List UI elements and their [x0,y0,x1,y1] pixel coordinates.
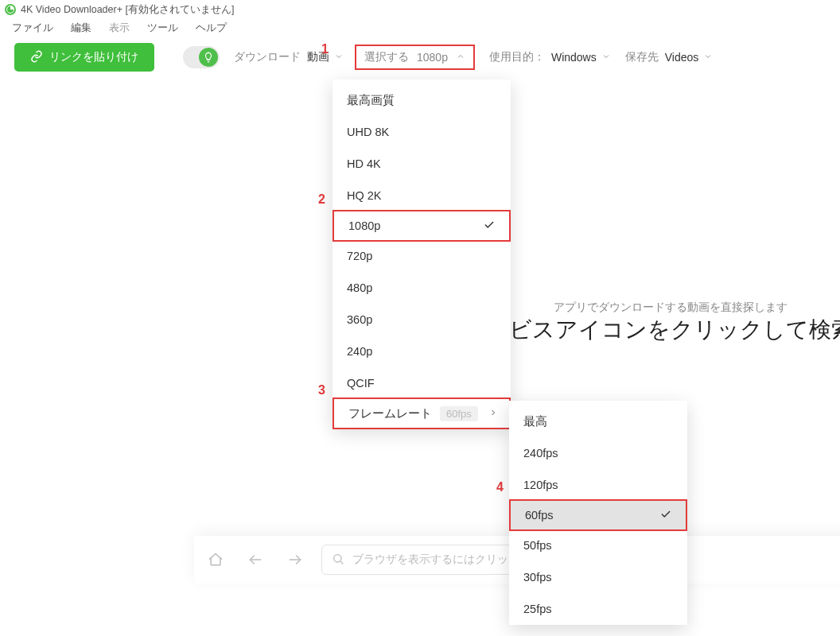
option-label: 240p [347,345,372,358]
option-label: 360p [347,313,372,326]
fps-option-50[interactable]: 50fps [509,529,687,561]
annotation-4: 4 [496,480,504,494]
check-icon [484,219,495,233]
quality-option-480p[interactable]: 480p [332,272,511,304]
quality-dropdown: 最高画質 UHD 8K HD 4K HQ 2K 1080p 720p 480p … [332,80,511,428]
option-label: 最高 [523,414,547,429]
quality-option-1080p[interactable]: 1080p [332,210,511,242]
bg-line2: ビスアイコンをクリックして検索を開始 [509,315,840,345]
window-title: 4K Video Downloader+ [有効化されていません] [21,3,234,17]
framerate-value-badge: 60fps [440,406,478,421]
annotation-2: 2 [318,192,325,207]
framerate-label: フレームレート [348,406,432,421]
option-label: 60fps [525,509,553,522]
check-icon [660,509,671,522]
option-label: 25fps [523,603,551,615]
quality-option-best[interactable]: 最高画質 [332,84,511,116]
quality-selector[interactable]: 選択する 1080p [355,45,475,70]
purpose-value: Windows [551,51,597,64]
nav-back-button[interactable] [242,546,269,573]
download-type-label: ダウンロード [234,50,301,64]
chevron-down-icon [703,51,713,64]
save-to-selector[interactable]: 保存先 Videos [625,50,714,64]
option-label: HQ 2K [347,189,382,202]
menu-item-file[interactable]: ファイル [3,21,62,35]
menu-item-view[interactable]: 表示 [100,21,138,35]
quality-option-hq2k[interactable]: HQ 2K [332,180,511,211]
fps-option-120[interactable]: 120fps [509,469,687,501]
option-label: 30fps [523,571,551,584]
option-label: 120fps [523,479,558,491]
annotation-3: 3 [318,383,325,398]
quality-option-hd4k[interactable]: HD 4K [332,148,511,180]
menu-item-edit[interactable]: 編集 [62,21,100,35]
search-placeholder: ブラウザを表示するにはクリッ [352,553,508,567]
menu-bar: ファイル 編集 表示 ツール ヘルプ [0,19,840,37]
title-bar: 4K Video Downloader+ [有効化されていません] [0,0,840,19]
framerate-submenu-item[interactable]: フレームレート 60fps [332,398,511,429]
purpose-label: 使用目的： [489,50,545,64]
option-label: HD 4K [347,157,381,170]
link-icon [30,50,43,65]
quality-label: 選択する [364,50,409,64]
option-label: 480p [347,281,372,294]
background-copy: アプリでダウンロードする動画を直接探します ビスアイコンをクリックして検索を開始 [509,301,840,345]
purpose-selector[interactable]: 使用目的： Windows [489,50,611,64]
save-to-label: 保存先 [625,50,659,64]
fps-option-240[interactable]: 240fps [509,437,687,469]
chevron-right-icon [488,407,498,420]
quality-option-240p[interactable]: 240p [332,335,511,367]
menu-item-tools[interactable]: ツール [138,21,187,35]
lightbulb-icon [199,48,218,67]
menu-item-help[interactable]: ヘルプ [187,21,235,35]
app-window: 4K Video Downloader+ [有効化されていません] ファイル 編… [0,0,840,636]
fps-option-25[interactable]: 25fps [509,593,687,625]
option-label: UHD 8K [347,126,389,138]
option-label: 1080p [348,219,380,232]
option-label: 720p [347,250,372,262]
chevron-up-icon [456,51,465,64]
svg-line-4 [340,561,343,564]
nav-forward-button[interactable] [282,546,309,573]
search-icon [332,553,344,568]
smart-mode-toggle[interactable] [183,46,220,68]
option-label: 最高画質 [347,93,395,108]
fps-option-30[interactable]: 30fps [509,561,687,593]
option-label: 50fps [523,539,551,552]
annotation-1: 1 [321,42,329,56]
svg-point-3 [334,554,341,561]
fps-option-60[interactable]: 60fps [509,499,687,531]
home-button[interactable] [202,546,229,573]
quality-option-360p[interactable]: 360p [332,304,511,335]
option-label: QCIF [347,377,375,390]
quality-option-qcif[interactable]: QCIF [332,367,511,399]
option-label: 240fps [523,447,558,460]
quality-value: 1080p [417,51,448,64]
fps-dropdown: 最高 240fps 120fps 60fps 50fps 30fps 25fps [509,401,687,625]
chevron-down-icon [601,51,611,64]
paste-link-label: リンクを貼り付け [49,50,138,64]
bg-line1: アプリでダウンロードする動画を直接探します [509,301,840,315]
quality-option-uhd8k[interactable]: UHD 8K [332,116,511,148]
app-logo-icon [5,4,16,15]
quality-option-720p[interactable]: 720p [332,240,511,272]
chevron-down-icon [334,51,344,64]
save-to-value: Videos [665,51,699,64]
fps-option-best[interactable]: 最高 [509,405,687,437]
toolbar: リンクを貼り付け ダウンロード 動画 選択する 1080p [0,37,840,78]
paste-link-button[interactable]: リンクを貼り付け [14,43,154,72]
